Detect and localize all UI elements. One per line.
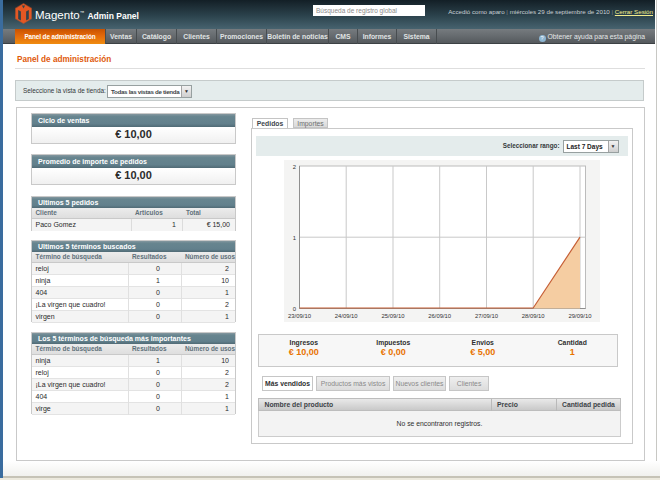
svg-text:25/09/10: 25/09/10	[382, 313, 406, 319]
svg-text:24/09/10: 24/09/10	[335, 313, 359, 319]
svg-text:26/09/10: 26/09/10	[428, 313, 452, 319]
svg-text:2: 2	[293, 164, 296, 170]
svg-text:1: 1	[293, 235, 296, 241]
svg-text:28/09/10: 28/09/10	[522, 313, 546, 319]
svg-text:27/09/10: 27/09/10	[475, 313, 499, 319]
svg-text:29/09/10: 29/09/10	[569, 313, 593, 319]
svg-text:23/09/10: 23/09/10	[288, 313, 312, 319]
